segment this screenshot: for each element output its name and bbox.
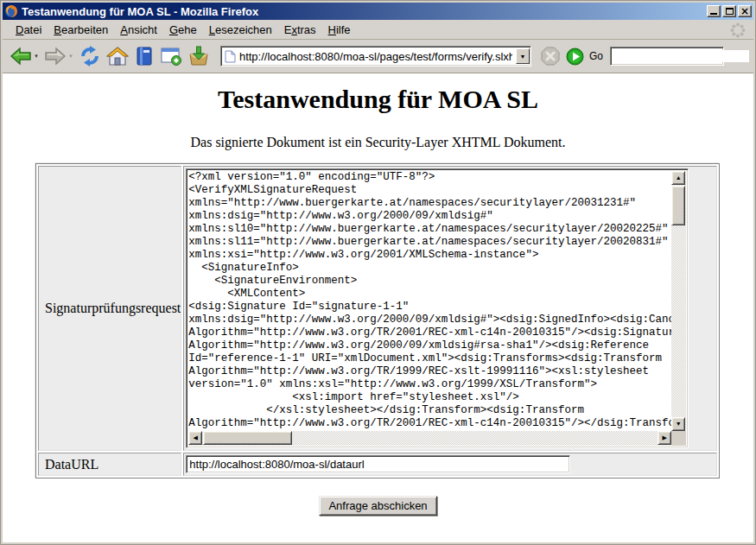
search-input[interactable] (615, 50, 749, 62)
maximize-button[interactable] (722, 5, 736, 17)
signature-request-text[interactable]: <?xml version="1.0" encoding="UTF-8"?> <… (188, 171, 671, 431)
throbber-icon (729, 22, 746, 39)
close-icon: × (740, 6, 749, 17)
scroll-right-button[interactable]: ▶ (658, 431, 671, 445)
title-bar[interactable]: Testanwendung für MOA SL - Mozilla Firef… (3, 3, 753, 20)
url-dropdown-button[interactable]: ▼ (516, 48, 530, 64)
new-window-button[interactable] (158, 44, 184, 68)
forward-button[interactable]: ▼ (42, 45, 75, 67)
menu-datei[interactable]: Datei (10, 21, 48, 39)
go-button[interactable] (564, 46, 586, 67)
menu-bearbeiten[interactable]: Bearbeiten (48, 21, 114, 39)
maximize-icon (726, 8, 734, 15)
browser-window: Testanwendung für MOA SL - Mozilla Firef… (0, 0, 756, 545)
firefox-icon (4, 4, 18, 18)
stop-icon (540, 46, 561, 67)
downloads-icon (187, 46, 210, 67)
search-box[interactable]: G (610, 47, 724, 66)
downloads-button[interactable] (186, 44, 212, 68)
scroll-up-button[interactable]: ▲ (671, 171, 685, 185)
forward-icon (44, 47, 67, 66)
menu-ansicht[interactable]: Ansicht (114, 21, 163, 39)
page-icon (225, 50, 236, 63)
forward-dropdown-icon[interactable]: ▼ (68, 54, 73, 59)
horizontal-scrollbar[interactable]: ◀ ▶ (188, 431, 671, 446)
stop-button[interactable] (538, 44, 562, 68)
home-icon (106, 46, 129, 67)
bookmarks-button[interactable] (132, 44, 156, 68)
request-form-table: Signaturprüfungsrequest <?xml version="1… (35, 163, 720, 478)
bookmarks-icon (134, 46, 155, 67)
menu-hilfe[interactable]: Hilfe (322, 21, 357, 39)
dataurl-field-cell (183, 453, 717, 476)
new-window-icon (160, 46, 182, 67)
navigation-toolbar: ▼ ▼ (3, 40, 753, 73)
page-intro: Das signierte Dokument ist ein Security-… (3, 135, 753, 150)
request-field-cell: <?xml version="1.0" encoding="UTF-8"?> <… (183, 166, 717, 451)
vertical-scrollbar-thumb[interactable] (671, 186, 685, 225)
scrollbar-corner (671, 431, 686, 446)
reload-button[interactable] (77, 44, 103, 68)
back-icon (10, 47, 32, 66)
minimize-icon (710, 13, 717, 15)
back-dropdown-icon[interactable]: ▼ (34, 54, 39, 59)
url-input[interactable] (239, 50, 512, 63)
page-title: Testanwendung für MOA SL (3, 85, 753, 114)
page-content: Testanwendung für MOA SL Das signierte D… (3, 73, 753, 542)
window-title: Testanwendung für MOA SL - Mozilla Firef… (22, 5, 703, 18)
dataurl-input[interactable] (186, 455, 570, 473)
request-label: Signaturprüfungsrequest (38, 166, 181, 451)
signature-request-textarea[interactable]: <?xml version="1.0" encoding="UTF-8"?> <… (186, 168, 689, 448)
dataurl-label: DataURL (38, 453, 181, 476)
minimize-button[interactable] (707, 5, 721, 17)
reload-icon (79, 46, 101, 67)
table-row-dataurl: DataURL (38, 453, 717, 476)
menu-gehe[interactable]: Gehe (163, 21, 203, 39)
menu-lesezeichen[interactable]: Lesezeichen (203, 21, 278, 39)
go-icon (566, 48, 584, 66)
close-button[interactable]: × (738, 5, 752, 17)
vertical-scrollbar[interactable]: ▲ ▼ (671, 171, 686, 431)
go-label[interactable]: Go (589, 50, 603, 62)
horizontal-scrollbar-thumb[interactable] (203, 431, 292, 445)
back-button[interactable]: ▼ (8, 45, 41, 67)
menu-bar: Datei Bearbeiten Ansicht Gehe Lesezeiche… (3, 20, 753, 40)
menu-extras[interactable]: Extras (278, 21, 322, 39)
submit-button[interactable]: Anfrage abschicken (319, 496, 436, 516)
scroll-left-button[interactable]: ◀ (188, 431, 202, 445)
table-row-request: Signaturprüfungsrequest <?xml version="1… (38, 166, 717, 451)
submit-row: Anfrage abschicken (3, 496, 753, 516)
home-button[interactable] (105, 44, 130, 68)
scroll-down-button[interactable]: ▼ (671, 417, 685, 431)
url-bar[interactable]: ▼ (220, 46, 531, 67)
